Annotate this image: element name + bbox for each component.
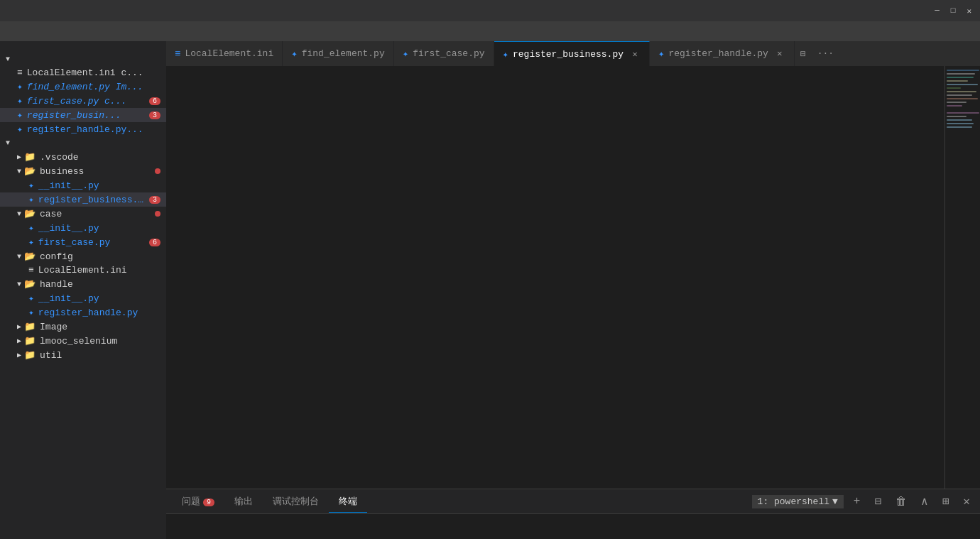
tab-firstcase[interactable]: ✦ first_case.py xyxy=(394,41,494,66)
py-icon: ✦ xyxy=(28,180,34,191)
tree-item-business[interactable]: 📂 business xyxy=(0,164,166,178)
tab-findelement[interactable]: ✦ find_element.py xyxy=(283,41,393,66)
tree-item-handle-init[interactable]: ✦ __init__.py xyxy=(0,291,166,305)
svg-rect-7 xyxy=(947,94,972,96)
folder-icon-business: 📂 xyxy=(24,165,36,177)
problems-badge: 9 xyxy=(203,499,214,506)
panel-tabs: 问题9 输出 调试控制台 终端 1: powershell ▼ + ⊟ 🗑 ∧ … xyxy=(166,489,980,514)
open-editor-item-localelementini[interactable]: ≡ LocalElement.ini c... xyxy=(0,66,166,80)
menu-help[interactable] xyxy=(74,30,85,33)
svg-rect-4 xyxy=(947,84,978,85)
menu-debug[interactable] xyxy=(51,30,62,33)
panel-maximize[interactable]: ⊞ xyxy=(938,493,954,510)
folder-chevron-handle xyxy=(17,281,21,288)
open-editor-item-firstcase[interactable]: ✦ first_case.py c... 6 xyxy=(0,94,166,108)
menu-view[interactable] xyxy=(28,30,40,33)
open-editor-item-findelement[interactable]: ✦ find_element.py Im... xyxy=(0,80,166,94)
svg-rect-0 xyxy=(947,70,979,71)
folder-icon-lmooc: 📁 xyxy=(24,335,36,347)
menu-goto[interactable] xyxy=(40,30,51,33)
tab-close-registerhandle[interactable]: ✕ xyxy=(774,48,785,59)
folder-icon-vscode: 📁 xyxy=(24,151,36,163)
panel-tab-output[interactable]: 输出 xyxy=(224,491,263,512)
svg-rect-3 xyxy=(947,80,968,82)
panel-collapse[interactable]: ∧ xyxy=(917,493,932,510)
tree-item-business-init[interactable]: ✦ __init__.py xyxy=(0,178,166,192)
folder-icon-util: 📁 xyxy=(24,349,36,361)
panel-add-terminal[interactable]: + xyxy=(849,494,865,509)
panel-delete-terminal[interactable]: 🗑 xyxy=(891,494,911,510)
tree-item-lmooc[interactable]: 📁 lmooc_selenium xyxy=(0,334,166,348)
tree-item-case[interactable]: 📂 case xyxy=(0,207,166,221)
tree-item-case-init[interactable]: ✦ __init__.py xyxy=(0,221,166,235)
code-editor[interactable] xyxy=(166,66,980,489)
py-icon: ✦ xyxy=(28,194,34,205)
minimize-button[interactable]: ─ xyxy=(935,6,940,16)
dot-business xyxy=(155,168,160,174)
panel-tab-terminal[interactable]: 终端 xyxy=(329,491,367,513)
menubar xyxy=(0,21,980,41)
terminal-dropdown-icon: ▼ xyxy=(832,496,838,507)
editor-area: ≡ LocalElement.ini ✦ find_element.py ✦ f… xyxy=(166,41,980,539)
tree-item-vscode[interactable]: 📁 .vscode xyxy=(0,150,166,164)
panel-close[interactable]: ✕ xyxy=(959,493,974,510)
tabs-ellipsis[interactable]: ··· xyxy=(812,41,839,66)
menu-select[interactable] xyxy=(17,30,28,33)
folder-chevron-case xyxy=(17,210,21,218)
tab-registerhandle[interactable]: ✦ register_handle.py ✕ xyxy=(650,41,795,66)
tab-label-registerbusiness: register_business.py xyxy=(513,49,624,60)
code-content[interactable] xyxy=(200,66,944,489)
tree-item-register-business[interactable]: ✦ register_business... 3 xyxy=(0,192,166,207)
py-tab-icon: ✦ xyxy=(503,48,508,60)
folder-icon-image: 📁 xyxy=(24,321,36,332)
svg-rect-8 xyxy=(947,98,978,99)
svg-rect-11 xyxy=(947,112,979,114)
panel-controls: 1: powershell ▼ + ⊟ 🗑 ∧ ⊞ ✕ xyxy=(752,493,974,510)
editor-tabs: ≡ LocalElement.ini ✦ find_element.py ✦ f… xyxy=(166,41,980,66)
dot-case xyxy=(155,211,160,217)
open-editor-item-registerbusiness[interactable]: ✦ register_busin... 3 xyxy=(0,108,166,122)
tree-item-image[interactable]: 📁 Image xyxy=(0,320,166,334)
editor-layout-button[interactable]: ⊟ xyxy=(795,41,812,66)
tree-item-handle[interactable]: 📂 handle xyxy=(0,277,166,291)
tree-item-firstcase[interactable]: ✦ first_case.py 6 xyxy=(0,235,166,249)
open-editor-item-registerhandle[interactable]: ✦ register_handle.py... xyxy=(0,122,166,136)
menu-edit[interactable] xyxy=(6,30,17,33)
panel-split-terminal[interactable]: ⊟ xyxy=(870,493,886,510)
titlebar: ─ □ ✕ xyxy=(0,0,980,21)
panel-tab-debug[interactable]: 调试控制台 xyxy=(263,491,329,512)
ini-file-icon: ≡ xyxy=(17,67,23,78)
folder-chevron-image xyxy=(17,322,21,331)
tree-item-handle-registerhandle[interactable]: ✦ register_handle.py xyxy=(0,305,166,320)
panel-tab-problems[interactable]: 问题9 xyxy=(172,491,224,512)
project-chevron xyxy=(6,139,10,147)
folder-chevron-config xyxy=(17,253,21,261)
tree-item-config[interactable]: 📂 config xyxy=(0,249,166,263)
tab-localelementini[interactable]: ≡ LocalElement.ini xyxy=(166,41,283,66)
open-editors-chevron xyxy=(6,55,10,63)
terminal-content[interactable] xyxy=(166,514,980,539)
line-numbers xyxy=(166,66,200,489)
tree-item-util[interactable]: 📁 util xyxy=(0,348,166,362)
menu-task[interactable] xyxy=(62,30,74,33)
close-button[interactable]: ✕ xyxy=(967,6,971,16)
maximize-button[interactable]: □ xyxy=(951,6,956,16)
tab-close-registerbusiness[interactable]: ✕ xyxy=(629,49,641,60)
folder-chevron-util xyxy=(17,351,21,359)
open-editors-section[interactable] xyxy=(0,53,166,66)
ini-tab-icon: ≡ xyxy=(175,48,180,60)
svg-rect-14 xyxy=(947,123,974,124)
py-file-icon: ✦ xyxy=(17,95,23,107)
tree-item-config-localelem[interactable]: ≡ LocalElement.ini xyxy=(0,263,166,277)
svg-rect-9 xyxy=(947,102,967,103)
sidebar: ≡ LocalElement.ini c... ✦ find_element.p… xyxy=(0,41,166,539)
project-section[interactable] xyxy=(0,136,166,150)
bottom-panel: 问题9 输出 调试控制台 终端 1: powershell ▼ + ⊟ 🗑 ∧ … xyxy=(166,489,980,539)
badge-tree-firstcase: 6 xyxy=(149,239,160,246)
py-tab-icon: ✦ xyxy=(403,48,408,60)
tab-registerbusiness[interactable]: ✦ register_business.py ✕ xyxy=(494,41,650,66)
py-file-icon: ✦ xyxy=(17,109,23,121)
project-tree: 📁 .vscode 📂 business ✦ __init__.py ✦ xyxy=(0,150,166,539)
folder-chevron-lmooc xyxy=(17,337,21,345)
terminal-selector[interactable]: 1: powershell ▼ xyxy=(752,495,844,508)
